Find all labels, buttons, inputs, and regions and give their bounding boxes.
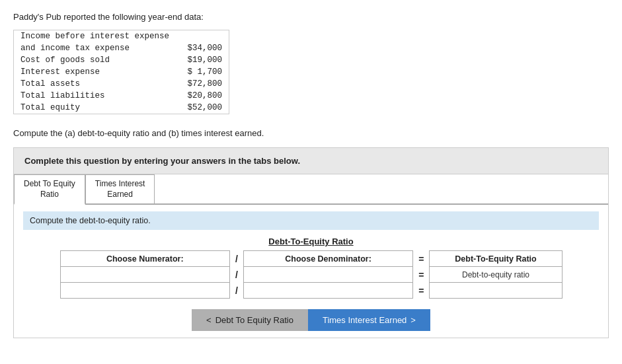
complete-box-text: Complete this question by entering your … bbox=[24, 156, 300, 166]
numerator-input-cell-1[interactable] bbox=[60, 267, 229, 283]
complete-box: Complete this question by entering your … bbox=[13, 147, 609, 174]
ratio-row-2: / = bbox=[60, 283, 562, 299]
denominator-input-1[interactable] bbox=[249, 270, 407, 279]
tab-debt-equity[interactable]: Debt To EquityRatio bbox=[14, 174, 85, 205]
ratio-title: Debt-To-Equity Ratio bbox=[60, 237, 563, 246]
table-row: Income before interest expense bbox=[14, 30, 229, 42]
bottom-nav: < Debt To Equity Ratio Times Interest Ea… bbox=[23, 309, 599, 331]
numerator-input-cell-2[interactable] bbox=[60, 283, 229, 299]
result-value-2 bbox=[430, 283, 562, 299]
tabs-area: Debt To EquityRatio Times InterestEarned… bbox=[13, 174, 609, 338]
table-label: and income tax expense bbox=[14, 42, 176, 54]
table-label: Interest expense bbox=[14, 66, 176, 78]
tab-content: Compute the debt-to-equity ratio. Debt-T… bbox=[14, 205, 608, 338]
divider-2: / bbox=[229, 283, 243, 299]
numerator-header: Choose Numerator: bbox=[60, 251, 229, 267]
denominator-input-cell-2[interactable] bbox=[243, 283, 412, 299]
equals-header-1: = bbox=[413, 251, 430, 267]
next-button[interactable]: Times Interest Earned > bbox=[308, 309, 430, 331]
intro-text: Paddy's Pub reported the following year-… bbox=[13, 12, 609, 22]
divider-1: / bbox=[229, 267, 243, 283]
table-value bbox=[176, 30, 229, 42]
ratio-row-1: / = Debt-to-equity ratio bbox=[60, 267, 562, 283]
result-value-1: Debt-to-equity ratio bbox=[430, 267, 562, 283]
table-label: Income before interest expense bbox=[14, 30, 176, 42]
table-value: $52,000 bbox=[176, 102, 229, 114]
ratio-section: Debt-To-Equity Ratio Choose Numerator: /… bbox=[60, 237, 563, 299]
equals-2: = bbox=[413, 283, 430, 299]
equals-1: = bbox=[413, 267, 430, 283]
result-header: Debt-To-Equity Ratio bbox=[430, 251, 562, 267]
table-value: $ 1,700 bbox=[176, 66, 229, 78]
data-table-wrapper: Income before interest expense and incom… bbox=[13, 30, 229, 114]
divider-header-1: / bbox=[229, 251, 243, 267]
ratio-header-row: Choose Numerator: / Choose Denominator: … bbox=[60, 251, 562, 267]
table-value: $20,800 bbox=[176, 90, 229, 102]
table-row: Interest expense $ 1,700 bbox=[14, 66, 229, 78]
tab-instruction: Compute the debt-to-equity ratio. bbox=[23, 211, 599, 230]
table-row: Total assets $72,800 bbox=[14, 78, 229, 90]
numerator-input-1[interactable] bbox=[66, 270, 224, 279]
table-label: Cost of goods sold bbox=[14, 54, 176, 66]
table-value: $72,800 bbox=[176, 78, 229, 90]
data-table: Income before interest expense and incom… bbox=[14, 30, 229, 114]
table-label: Total equity bbox=[14, 102, 176, 114]
denominator-input-cell-1[interactable] bbox=[243, 267, 412, 283]
table-value: $19,000 bbox=[176, 54, 229, 66]
denominator-header: Choose Denominator: bbox=[243, 251, 412, 267]
table-row: Total liabilities $20,800 bbox=[14, 90, 229, 102]
prev-button-label: Debt To Equity Ratio bbox=[215, 315, 293, 325]
ratio-table: Choose Numerator: / Choose Denominator: … bbox=[60, 250, 563, 299]
next-arrow-icon: > bbox=[410, 315, 416, 325]
table-value: $34,000 bbox=[176, 42, 229, 54]
denominator-input-2[interactable] bbox=[249, 286, 407, 295]
table-row: Total equity $52,000 bbox=[14, 102, 229, 114]
tabs-row: Debt To EquityRatio Times InterestEarned bbox=[14, 174, 608, 205]
numerator-input-2[interactable] bbox=[66, 286, 224, 295]
prev-arrow-icon: < bbox=[206, 315, 212, 325]
compute-text: Compute the (a) debt-to-equity ratio and… bbox=[13, 128, 609, 138]
next-button-label: Times Interest Earned bbox=[323, 315, 407, 325]
table-row: Cost of goods sold $19,000 bbox=[14, 54, 229, 66]
prev-button[interactable]: < Debt To Equity Ratio bbox=[192, 309, 308, 331]
table-label: Total liabilities bbox=[14, 90, 176, 102]
tab-times-interest[interactable]: Times InterestEarned bbox=[85, 174, 155, 203]
table-label: Total assets bbox=[14, 78, 176, 90]
table-row: and income tax expense $34,000 bbox=[14, 42, 229, 54]
